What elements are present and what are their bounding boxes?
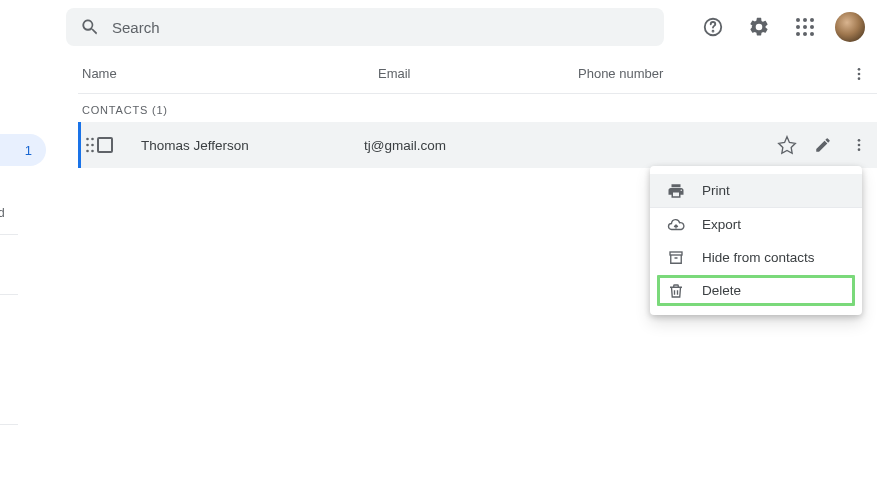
account-avatar[interactable] bbox=[835, 12, 865, 42]
main-content: Name Email Phone number CONTACTS (1) Tho… bbox=[78, 54, 889, 168]
topbar-actions bbox=[697, 11, 873, 43]
sidebar-fragment: d bbox=[0, 206, 5, 220]
svg-point-15 bbox=[91, 138, 94, 141]
menu-label: Print bbox=[702, 183, 730, 198]
search-box[interactable] bbox=[66, 8, 664, 46]
svg-point-9 bbox=[803, 32, 807, 36]
contact-name: Thomas Jefferson bbox=[119, 138, 364, 153]
sidebar: 1 d bbox=[0, 54, 8, 500]
menu-item-hide[interactable]: Hide from contacts bbox=[650, 241, 862, 274]
svg-point-11 bbox=[858, 68, 861, 71]
row-actions bbox=[773, 131, 873, 159]
print-icon bbox=[666, 181, 686, 201]
context-menu: Print Export Hide from contacts Delete bbox=[650, 166, 862, 315]
apps-grid-icon[interactable] bbox=[789, 11, 821, 43]
contact-email: tj@gmail.com bbox=[364, 138, 564, 153]
svg-point-8 bbox=[796, 32, 800, 36]
sidebar-contacts-count[interactable]: 1 bbox=[0, 134, 46, 166]
svg-point-17 bbox=[91, 144, 94, 147]
search-input[interactable] bbox=[112, 19, 650, 36]
svg-point-22 bbox=[858, 148, 861, 151]
row-more-icon[interactable] bbox=[845, 131, 873, 159]
section-contacts-label: CONTACTS (1) bbox=[78, 94, 877, 122]
select-checkbox[interactable] bbox=[97, 137, 113, 153]
svg-point-1 bbox=[713, 31, 714, 32]
sidebar-divider bbox=[0, 424, 18, 425]
help-icon[interactable] bbox=[697, 11, 729, 43]
svg-point-10 bbox=[810, 32, 814, 36]
svg-point-6 bbox=[803, 25, 807, 29]
star-icon[interactable] bbox=[773, 131, 801, 159]
menu-item-export[interactable]: Export bbox=[650, 208, 862, 241]
column-phone[interactable]: Phone number bbox=[578, 66, 877, 81]
contact-row[interactable]: Thomas Jefferson tj@gmail.com bbox=[78, 122, 877, 168]
svg-point-16 bbox=[86, 144, 89, 147]
trash-icon bbox=[666, 281, 686, 301]
svg-point-19 bbox=[91, 150, 94, 153]
drag-handle-icon[interactable] bbox=[83, 137, 97, 153]
search-icon bbox=[80, 17, 100, 37]
svg-point-3 bbox=[803, 18, 807, 22]
column-headers: Name Email Phone number bbox=[78, 54, 877, 94]
svg-point-14 bbox=[86, 138, 89, 141]
svg-rect-23 bbox=[670, 252, 682, 255]
svg-point-4 bbox=[810, 18, 814, 22]
svg-point-7 bbox=[810, 25, 814, 29]
archive-icon bbox=[666, 248, 686, 268]
svg-point-5 bbox=[796, 25, 800, 29]
menu-label: Export bbox=[702, 217, 741, 232]
menu-item-print[interactable]: Print bbox=[650, 174, 862, 207]
settings-gear-icon[interactable] bbox=[743, 11, 775, 43]
svg-point-18 bbox=[86, 150, 89, 153]
sidebar-divider bbox=[0, 234, 18, 235]
svg-point-20 bbox=[858, 139, 861, 142]
menu-item-delete[interactable]: Delete bbox=[656, 274, 856, 307]
edit-pencil-icon[interactable] bbox=[809, 131, 837, 159]
menu-label: Hide from contacts bbox=[702, 250, 815, 265]
svg-point-12 bbox=[858, 72, 861, 75]
column-email[interactable]: Email bbox=[378, 66, 578, 81]
top-bar bbox=[0, 0, 889, 54]
svg-point-13 bbox=[858, 77, 861, 80]
svg-point-21 bbox=[858, 144, 861, 147]
cloud-export-icon bbox=[666, 215, 686, 235]
column-settings-more-icon[interactable] bbox=[843, 58, 875, 90]
svg-point-2 bbox=[796, 18, 800, 22]
column-name[interactable]: Name bbox=[82, 66, 378, 81]
menu-label: Delete bbox=[702, 283, 741, 298]
sidebar-divider bbox=[0, 294, 18, 295]
